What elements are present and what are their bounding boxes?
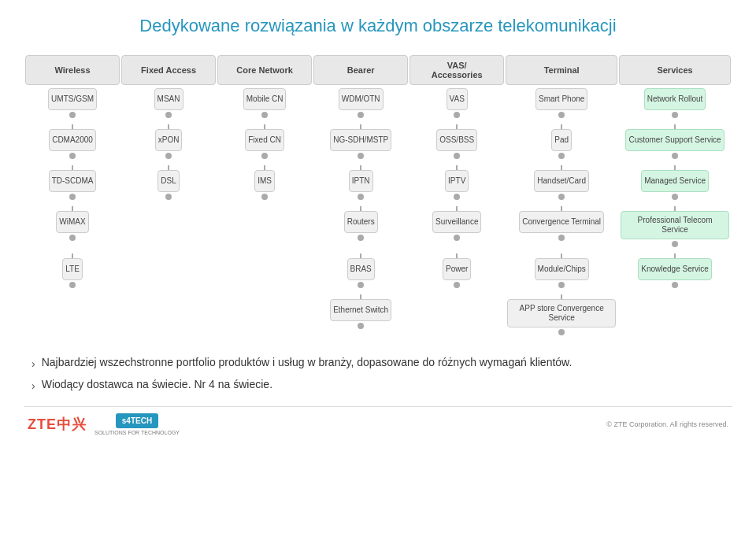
data-cell: MSAN — [121, 87, 216, 121]
bullet-icon: › — [32, 357, 35, 370]
data-cell: DSL — [121, 164, 216, 203]
data-cell: IMS — [217, 164, 312, 203]
data-cell: Convergence Terminal — [506, 205, 617, 250]
bullet-icon: › — [32, 379, 35, 392]
grid-wrapper: WirelessFixed AccessCore NetworkBearerVA… — [24, 54, 732, 340]
cell-box: WDM/OTN — [339, 88, 384, 110]
table-row: UMTS/GSMMSANMobile CNWDM/OTNVASSmart Pho… — [25, 87, 731, 121]
cell-box: Handset/Card — [534, 170, 589, 192]
s4tech-logo: s4TECH — [116, 413, 158, 428]
cell-box: IMS — [254, 170, 275, 192]
cell-box: Fixed CN — [245, 129, 284, 151]
table-row: WiMAXRoutersSurveillanceConvergence Term… — [25, 205, 731, 250]
cell-box: NG-SDH/MSTP — [330, 129, 391, 151]
cell-box: Surveillance — [432, 211, 481, 233]
bullet-section: ›Najbardziej wszechstronne portfolio pro… — [24, 356, 732, 392]
data-cell: Smart Phone — [506, 87, 617, 121]
cell-box: IPTN — [349, 170, 373, 192]
data-cell: Handset/Card — [506, 164, 617, 203]
header-row: WirelessFixed AccessCore NetworkBearerVA… — [25, 55, 731, 85]
header-cell: Services — [619, 55, 731, 85]
data-cell: Surveillance — [410, 205, 504, 250]
data-cell — [217, 205, 312, 250]
cell-box: Mobile CN — [243, 88, 287, 110]
data-cell: VAS — [410, 87, 504, 121]
data-cell — [25, 293, 120, 339]
table-row: Ethernet SwitchAPP store Convergence Ser… — [25, 293, 731, 339]
header-cell: Bearer — [313, 55, 408, 85]
data-cell: Network Rollout — [619, 87, 731, 121]
cell-box: DSL — [158, 170, 179, 192]
data-cell — [217, 293, 312, 339]
cell-box: BRAS — [347, 258, 375, 280]
s4tech-sub: SOLUTIONS FOR TECHNOLOGY — [94, 430, 180, 435]
data-cell: Routers — [313, 205, 408, 250]
bullet-item: ›Wiodący dostawca na świecie. Nr 4 na św… — [32, 378, 724, 392]
data-cell: Fixed CN — [217, 123, 312, 162]
cell-box: Routers — [344, 211, 378, 233]
cell-box: CDMA2000 — [49, 129, 96, 151]
data-cell: CDMA2000 — [25, 123, 120, 162]
data-cell: NG-SDH/MSTP — [313, 123, 408, 162]
data-cell: Module/Chips — [506, 252, 617, 291]
data-cell: Mobile CN — [217, 87, 312, 121]
data-cell — [217, 252, 312, 291]
cell-box: APP store Convergence Service — [507, 299, 616, 327]
product-grid: WirelessFixed AccessCore NetworkBearerVA… — [24, 54, 732, 340]
header-cell: VAS/ Accessories — [410, 55, 504, 85]
cell-box: Customer Support Service — [625, 129, 724, 151]
table-row: LTEBRASPowerModule/ChipsKnowledge Servic… — [25, 252, 731, 291]
data-cell — [410, 293, 504, 339]
data-cell: IPTV — [410, 164, 504, 203]
cell-box: Network Rollout — [644, 88, 706, 110]
data-cell: WDM/OTN — [313, 87, 408, 121]
cell-box: Module/Chips — [535, 258, 589, 280]
bullet-item: ›Najbardziej wszechstronne portfolio pro… — [32, 356, 724, 370]
header-cell: Core Network — [217, 55, 312, 85]
header-cell: Terminal — [506, 55, 617, 85]
data-cell: TD-SCDMA — [25, 164, 120, 203]
cell-box: Pad — [551, 129, 572, 151]
data-cell: Pad — [506, 123, 617, 162]
cell-box: Power — [443, 258, 471, 280]
footer-copyright: © ZTE Corporation. All rights reserved. — [606, 420, 728, 428]
data-cell — [121, 252, 216, 291]
data-cell: OSS/BSS — [410, 123, 504, 162]
cell-box: TD-SCDMA — [49, 170, 97, 192]
table-row: TD-SCDMADSLIMSIPTNIPTVHandset/CardManage… — [25, 164, 731, 203]
data-cell: BRAS — [313, 252, 408, 291]
data-cell: Managed Service — [619, 164, 731, 203]
cell-box: Smart Phone — [536, 88, 587, 110]
cell-box: Convergence Terminal — [519, 211, 604, 233]
data-cell: Professional Telecom Service — [619, 205, 731, 250]
header-cell: Wireless — [25, 55, 120, 85]
cell-box: Professional Telecom Service — [621, 211, 729, 239]
data-cell: IPTN — [313, 164, 408, 203]
bullet-text: Najbardziej wszechstronne portfolio prod… — [42, 356, 573, 368]
cell-box: WiMAX — [56, 211, 88, 233]
cell-box: Managed Service — [641, 170, 709, 192]
cell-box: xPON — [155, 129, 183, 151]
data-cell: Customer Support Service — [619, 123, 731, 162]
table-row: CDMA2000xPONFixed CNNG-SDH/MSTPOSS/BSSPa… — [25, 123, 731, 162]
data-cell: xPON — [121, 123, 216, 162]
cell-box: MSAN — [154, 88, 183, 110]
data-cell — [121, 293, 216, 339]
data-cell: WiMAX — [25, 205, 120, 250]
data-cell: UMTS/GSM — [25, 87, 120, 121]
data-cell: Knowledge Service — [619, 252, 731, 291]
page-title: Dedykowane rozwiązania w każdym obszarze… — [24, 16, 732, 36]
cell-box: OSS/BSS — [436, 129, 477, 151]
cell-box: Knowledge Service — [638, 258, 712, 280]
bullet-text: Wiodący dostawca na świecie. Nr 4 na świ… — [42, 378, 272, 390]
cell-box: LTE — [62, 258, 83, 280]
cell-box: VAS — [447, 88, 468, 110]
data-cell: Ethernet Switch — [313, 293, 408, 339]
zte-logo: ZTE中兴 — [28, 415, 87, 434]
cell-box: UMTS/GSM — [48, 88, 97, 110]
data-cell — [619, 293, 731, 339]
footer-logos: ZTE中兴 s4TECH SOLUTIONS FOR TECHNOLOGY — [28, 413, 180, 435]
cell-box: IPTV — [445, 170, 469, 192]
footer: ZTE中兴 s4TECH SOLUTIONS FOR TECHNOLOGY © … — [24, 406, 732, 435]
page: Dedykowane rozwiązania w każdym obszarze… — [0, 0, 756, 555]
